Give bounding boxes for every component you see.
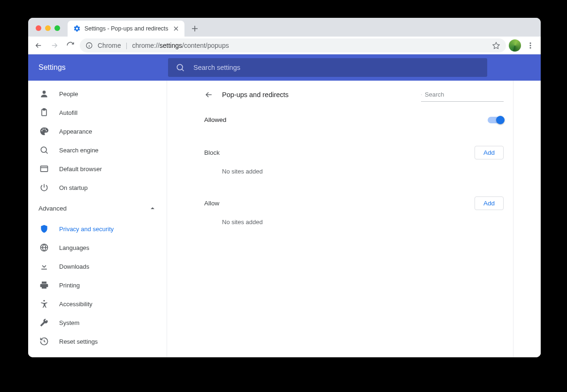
- palette-icon: [39, 127, 49, 136]
- sidebar-item-label: Privacy and security: [59, 226, 114, 233]
- new-tab-button[interactable]: [188, 22, 201, 35]
- search-icon: [176, 63, 185, 72]
- sidebar-item-autofill[interactable]: Autofill: [28, 103, 167, 122]
- window-controls: [33, 25, 65, 37]
- page-back-button[interactable]: [204, 90, 214, 99]
- search-icon: [421, 91, 422, 98]
- svg-point-1: [529, 42, 531, 44]
- omnibox-origin-label: Chrome: [98, 42, 121, 49]
- print-icon: [39, 280, 49, 290]
- accessibility-icon: [39, 299, 49, 309]
- sidebar-item-label: On startup: [59, 184, 88, 191]
- svg-point-5: [43, 90, 46, 94]
- shield-icon: [39, 224, 49, 234]
- settings-search-input[interactable]: [193, 64, 480, 71]
- settings-header: Settings: [28, 54, 541, 81]
- browser-toolbar: Chrome | chrome://settings/content/popup…: [28, 37, 541, 54]
- settings-sidebar: People Autofill Appearance Search engine…: [28, 81, 167, 357]
- page-search[interactable]: [421, 88, 504, 102]
- allow-section-header: Allow Add: [195, 190, 513, 213]
- back-button[interactable]: [32, 39, 45, 52]
- sidebar-item-label: People: [59, 90, 78, 98]
- sidebar-item-reset-settings[interactable]: Reset settings: [28, 332, 167, 351]
- clipboard-icon: [39, 108, 49, 117]
- sidebar-item-label: Downloads: [59, 263, 89, 270]
- site-info-icon[interactable]: [85, 42, 93, 49]
- sidebar-item-people[interactable]: People: [28, 84, 167, 103]
- svg-point-3: [529, 47, 531, 48]
- address-bar[interactable]: Chrome | chrome://settings/content/popup…: [80, 38, 506, 53]
- allowed-toggle-row: Allowed: [195, 109, 513, 131]
- sidebar-item-printing[interactable]: Printing: [28, 276, 167, 294]
- close-window-button[interactable]: [36, 25, 41, 31]
- sidebar-item-label: Appearance: [59, 128, 92, 135]
- block-add-button[interactable]: Add: [475, 146, 504, 159]
- page-header: Pop-ups and redirects: [195, 81, 513, 109]
- svg-point-8: [41, 147, 46, 152]
- close-tab-button[interactable]: [172, 25, 180, 32]
- wrench-icon: [39, 318, 49, 327]
- sidebar-item-accessibility[interactable]: Accessibility: [28, 294, 167, 313]
- chevron-up-icon: [150, 205, 155, 211]
- allowed-label: Allowed: [204, 116, 226, 123]
- browser-tab[interactable]: Settings - Pop-ups and redirects: [68, 21, 184, 37]
- tab-title: Settings - Pop-ups and redirects: [84, 25, 169, 32]
- sidebar-item-on-startup[interactable]: On startup: [28, 178, 167, 197]
- browser-icon: [39, 164, 49, 173]
- tab-strip: Settings - Pop-ups and redirects: [28, 18, 541, 37]
- sidebar-group-advanced[interactable]: Advanced: [28, 197, 167, 219]
- omnibox-url: chrome://settings/content/popups: [132, 42, 229, 49]
- sidebar-item-label: Accessibility: [59, 301, 92, 308]
- sidebar-item-label: Reset settings: [59, 338, 98, 345]
- power-icon: [39, 183, 49, 192]
- globe-icon: [39, 243, 49, 252]
- sidebar-item-privacy-security[interactable]: Privacy and security: [28, 219, 167, 238]
- svg-point-12: [421, 94, 421, 95]
- maximize-window-button[interactable]: [54, 25, 60, 31]
- block-section-header: Block Add: [195, 139, 513, 162]
- toggle-knob: [496, 116, 505, 124]
- allowed-toggle[interactable]: [488, 117, 504, 123]
- sidebar-item-appearance[interactable]: Appearance: [28, 122, 167, 141]
- restore-icon: [39, 337, 49, 346]
- sidebar-item-system[interactable]: System: [28, 313, 167, 332]
- settings-body: People Autofill Appearance Search engine…: [28, 81, 541, 357]
- search-icon: [39, 145, 49, 155]
- svg-rect-7: [43, 109, 46, 110]
- sidebar-item-label: Search engine: [59, 147, 99, 154]
- menu-button[interactable]: [524, 39, 537, 52]
- svg-rect-9: [41, 166, 48, 172]
- settings-search[interactable]: [168, 58, 487, 77]
- sidebar-item-label: Printing: [59, 282, 80, 289]
- svg-point-4: [177, 64, 183, 70]
- svg-point-2: [529, 45, 531, 46]
- content-area: Pop-ups and redirects Allowed Block Add: [167, 81, 541, 357]
- sidebar-item-label: System: [59, 319, 79, 326]
- download-icon: [39, 262, 49, 271]
- sidebar-item-search-engine[interactable]: Search engine: [28, 141, 167, 159]
- sidebar-item-downloads[interactable]: Downloads: [28, 257, 167, 276]
- person-icon: [39, 89, 49, 98]
- gear-icon: [73, 25, 81, 32]
- reload-button[interactable]: [64, 39, 77, 52]
- sidebar-item-label: Default browser: [59, 166, 102, 173]
- sidebar-item-languages[interactable]: Languages: [28, 238, 167, 257]
- allow-title: Allow: [204, 200, 219, 207]
- bookmark-star-icon[interactable]: [492, 41, 500, 50]
- sidebar-item-label: Autofill: [59, 109, 77, 116]
- svg-point-11: [43, 300, 45, 302]
- allow-empty-text: No sites added: [195, 213, 513, 232]
- sidebar-item-label: Languages: [59, 244, 89, 251]
- advanced-label: Advanced: [38, 205, 67, 212]
- allow-add-button[interactable]: Add: [475, 196, 504, 210]
- forward-button[interactable]: [48, 39, 61, 52]
- sidebar-item-default-browser[interactable]: Default browser: [28, 159, 167, 178]
- block-title: Block: [204, 149, 220, 156]
- profile-avatar[interactable]: [509, 39, 521, 52]
- page-search-input[interactable]: [425, 91, 504, 98]
- popups-panel: Pop-ups and redirects Allowed Block Add: [194, 81, 513, 357]
- settings-title: Settings: [38, 63, 168, 72]
- block-empty-text: No sites added: [195, 162, 513, 181]
- minimize-window-button[interactable]: [45, 25, 51, 31]
- browser-window: Settings - Pop-ups and redirects Chrome …: [28, 18, 541, 357]
